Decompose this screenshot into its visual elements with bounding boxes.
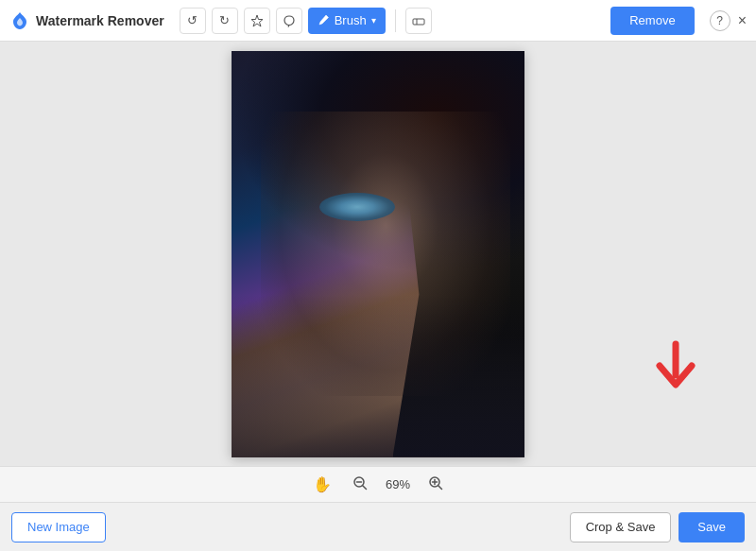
image-container (232, 51, 524, 457)
portrait-bottom-shadow (232, 295, 524, 457)
app-title: Watermark Remover (36, 13, 164, 28)
logo-icon (9, 10, 30, 31)
zoom-out-icon[interactable] (352, 475, 368, 494)
remove-label: Remove (629, 13, 675, 27)
toolbar-right: ? × (710, 10, 747, 31)
save-button[interactable]: Save (679, 512, 745, 542)
eraser-tool-button[interactable] (405, 8, 432, 34)
crop-save-button[interactable]: Crop & Save (570, 512, 672, 542)
toolbar: Watermark Remover ↺ ↻ Brush ▾ Remove (0, 0, 756, 42)
brush-chevron-icon: ▾ (371, 15, 376, 26)
new-image-label: New Image (27, 520, 90, 534)
zoom-in-icon[interactable] (428, 475, 443, 494)
brush-icon (318, 14, 330, 26)
down-arrow-icon (652, 339, 699, 391)
star-icon (250, 14, 264, 27)
canvas-area (0, 42, 756, 466)
crop-save-label: Crop & Save (586, 520, 656, 534)
help-button[interactable]: ? (710, 10, 730, 31)
zoom-level: 69% (379, 477, 417, 491)
lasso-tool-button[interactable] (276, 8, 302, 34)
zoom-bar: ✋ 69% (0, 466, 756, 502)
portrait-eye-layer (319, 193, 395, 221)
save-label: Save (697, 520, 726, 534)
brush-label: Brush (335, 13, 367, 27)
close-icon: × (738, 12, 747, 28)
eraser-icon (412, 14, 425, 27)
star-tool-button[interactable] (244, 8, 270, 34)
brush-tool-button[interactable]: Brush ▾ (308, 8, 386, 34)
redo-button[interactable]: ↻ (212, 8, 238, 34)
bottom-right-actions: Crop & Save Save (570, 512, 745, 542)
hand-tool-icon[interactable]: ✋ (313, 475, 332, 493)
undo-button[interactable]: ↺ (180, 8, 206, 34)
bottom-bar: New Image Crop & Save Save (0, 502, 756, 551)
new-image-button[interactable]: New Image (11, 512, 106, 542)
toolbar-divider (395, 9, 396, 32)
help-icon: ? (716, 14, 723, 27)
main-image (232, 51, 524, 457)
svg-rect-0 (413, 19, 424, 25)
redo-icon: ↻ (219, 13, 230, 27)
lasso-icon (283, 14, 296, 27)
remove-button[interactable]: Remove (610, 7, 694, 35)
app-logo: Watermark Remover (9, 10, 164, 31)
close-button[interactable]: × (738, 12, 747, 29)
arrow-indicator (652, 339, 699, 395)
undo-icon: ↺ (187, 13, 198, 27)
